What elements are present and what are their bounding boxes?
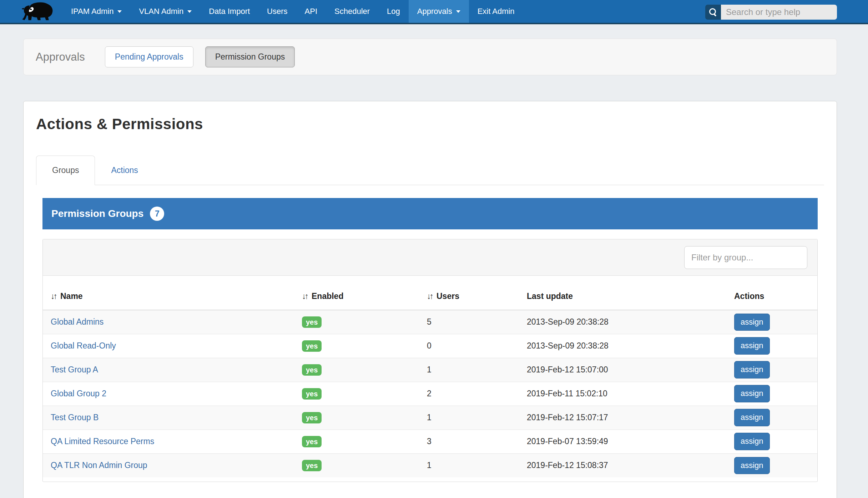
last-update-cell: 2013-Sep-09 20:38:28 xyxy=(519,310,726,334)
search-group xyxy=(705,5,837,20)
assign-button[interactable]: assign xyxy=(734,385,770,402)
header-toggle-button[interactable]: Pending Approvals xyxy=(105,46,193,67)
group-name-link[interactable]: Global Admins xyxy=(51,317,104,326)
filter-group-input[interactable] xyxy=(684,246,807,269)
tab[interactable]: Actions xyxy=(95,156,154,185)
group-name-link[interactable]: QA Limited Resource Perms xyxy=(51,437,154,446)
table-row: Global Admins yes 5 2013-Sep-09 20:38:28… xyxy=(43,310,817,334)
assign-button[interactable]: assign xyxy=(734,457,770,474)
nav-item[interactable]: VLAN Admin xyxy=(130,0,200,23)
enabled-badge: yes xyxy=(302,316,322,328)
last-update-cell: 2019-Feb-07 13:59:49 xyxy=(519,430,726,453)
nav-item[interactable]: Approvals xyxy=(409,0,469,23)
enabled-badge: yes xyxy=(302,364,322,376)
enabled-cell: yes xyxy=(294,406,419,430)
nav-item[interactable]: Data Import xyxy=(200,0,258,23)
nav-item[interactable]: Scheduler xyxy=(326,0,378,23)
panel-title: Actions & Permissions xyxy=(36,116,824,133)
table-row: Test Group A yes 1 2019-Feb-12 15:07:00 … xyxy=(43,358,817,382)
column-header[interactable]: ↓↑Enabled xyxy=(294,276,419,310)
nav-item[interactable]: Exit Admin xyxy=(469,0,523,23)
enabled-cell: yes xyxy=(294,358,419,382)
search-icon xyxy=(709,8,717,16)
assign-button[interactable]: assign xyxy=(734,409,770,426)
enabled-badge: yes xyxy=(302,460,322,471)
column-header-label: Enabled xyxy=(312,291,343,301)
group-name-link[interactable]: Global Read-Only xyxy=(51,341,116,350)
group-name-cell: QA Limited Resource Perms xyxy=(43,430,294,453)
permission-groups-heading: Permission Groups 7 xyxy=(42,198,818,229)
column-header-label: Last update xyxy=(527,291,573,301)
enabled-cell: yes xyxy=(294,453,419,477)
assign-button[interactable]: assign xyxy=(734,361,770,378)
search-button[interactable] xyxy=(705,5,721,20)
column-header[interactable]: Actions xyxy=(726,276,817,310)
table-row: QA Limited Resource Perms yes 3 2019-Feb… xyxy=(43,430,817,453)
group-name-link[interactable]: QA TLR Non Admin Group xyxy=(51,461,147,470)
search-input[interactable] xyxy=(721,5,837,20)
nav-item[interactable]: Log xyxy=(378,0,409,23)
group-name-link[interactable]: Test Group A xyxy=(51,365,98,374)
actions-permissions-panel: Actions & Permissions Groups Actions Per… xyxy=(23,101,837,498)
table-row: Global Read-Only yes 0 2013-Sep-09 20:38… xyxy=(43,334,817,358)
nav-item-label: Approvals xyxy=(417,7,452,16)
actions-cell: assign xyxy=(726,382,817,406)
assign-button[interactable]: assign xyxy=(734,433,770,450)
enabled-badge: yes xyxy=(302,340,322,352)
group-name-link[interactable]: Global Group 2 xyxy=(51,389,106,398)
tab-bar: Groups Actions xyxy=(36,156,824,185)
nav-item[interactable]: IPAM Admin xyxy=(62,0,130,23)
assign-button[interactable]: assign xyxy=(734,337,770,354)
group-name-cell: Test Group B xyxy=(43,406,294,430)
actions-cell: assign xyxy=(726,310,817,334)
column-header-label: Actions xyxy=(734,291,764,301)
nav-item[interactable]: API xyxy=(296,0,326,23)
sort-icon[interactable]: ↓↑ xyxy=(51,291,56,301)
users-count-cell: 1 xyxy=(419,358,519,382)
header-toggle-button[interactable]: Permission Groups xyxy=(205,46,295,67)
table-row: Test Group B yes 1 2019-Feb-12 15:07:17 … xyxy=(43,406,817,430)
actions-cell: assign xyxy=(726,358,817,382)
actions-cell: assign xyxy=(726,334,817,358)
table-row: Global Group 2 yes 2 2019-Feb-11 15:02:1… xyxy=(43,382,817,406)
nav-item[interactable]: Users xyxy=(258,0,296,23)
actions-cell: assign xyxy=(726,406,817,430)
table-header-row: ↓↑Name ↓↑Enabled ↓↑Users xyxy=(43,276,817,310)
page-title: Approvals xyxy=(36,51,85,63)
brand-logo[interactable] xyxy=(0,0,62,23)
group-name-link[interactable]: Test Group B xyxy=(51,413,99,422)
nav-item-label: Scheduler xyxy=(334,7,370,16)
last-update-cell: 2019-Feb-12 15:07:17 xyxy=(519,406,726,430)
sort-icon[interactable]: ↓↑ xyxy=(302,291,307,301)
column-header[interactable]: Last update xyxy=(519,276,726,310)
table-row: QA TLR Non Admin Group yes 1 2019-Feb-12… xyxy=(43,453,817,477)
column-header[interactable]: ↓↑Name xyxy=(43,276,294,310)
chevron-down-icon xyxy=(187,10,192,13)
elephant-logo-icon xyxy=(20,1,55,22)
column-header[interactable]: ↓↑Users xyxy=(419,276,519,310)
nav-item-label: Exit Admin xyxy=(478,7,515,16)
enabled-cell: yes xyxy=(294,334,419,358)
assign-button[interactable]: assign xyxy=(734,314,770,331)
top-navbar: IPAM Admin VLAN Admin Data Import Users … xyxy=(0,0,868,24)
column-header-label: Users xyxy=(436,291,459,301)
sort-icon[interactable]: ↓↑ xyxy=(427,291,432,301)
users-count-cell: 1 xyxy=(419,406,519,430)
enabled-cell: yes xyxy=(294,382,419,406)
users-count-cell: 1 xyxy=(419,453,519,477)
enabled-cell: yes xyxy=(294,310,419,334)
last-update-cell: 2019-Feb-12 15:08:37 xyxy=(519,453,726,477)
column-header-label: Name xyxy=(60,291,83,301)
group-count-badge: 7 xyxy=(150,207,164,221)
users-count-cell: 3 xyxy=(419,430,519,453)
groups-table-container: ↓↑Name ↓↑Enabled ↓↑Users xyxy=(42,239,818,482)
enabled-badge: yes xyxy=(302,436,322,447)
chevron-down-icon xyxy=(456,10,460,13)
nav-item-label: Log xyxy=(387,7,400,16)
nav-item-label: Users xyxy=(267,7,287,16)
group-name-cell: Global Read-Only xyxy=(43,334,294,358)
table-toolbar xyxy=(43,239,817,276)
enabled-badge: yes xyxy=(302,388,322,400)
enabled-badge: yes xyxy=(302,412,322,423)
tab[interactable]: Groups xyxy=(36,156,95,185)
